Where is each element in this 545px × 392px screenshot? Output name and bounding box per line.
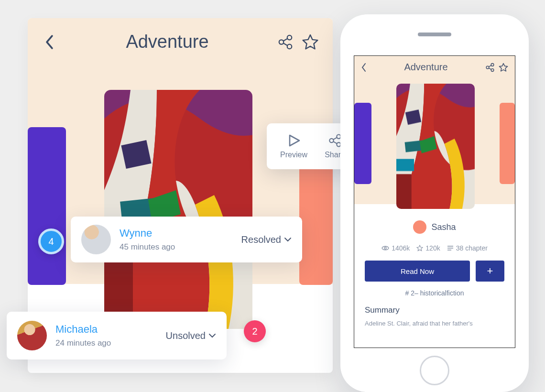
svg-line-9	[283, 38, 288, 41]
main-header: Adventure	[28, 32, 333, 52]
star-icon	[302, 33, 319, 51]
stars-count: 120k	[425, 244, 440, 252]
badge-count: 4	[48, 236, 54, 247]
comment-time: 45 minutes ago	[120, 242, 233, 252]
cta-row: Read Now +	[365, 261, 504, 282]
eye-icon	[382, 245, 389, 251]
comment-author: Wynne	[120, 227, 233, 240]
notification-badge-pink[interactable]: 2	[244, 320, 266, 342]
svg-point-15	[337, 142, 340, 146]
author-avatar	[413, 220, 426, 234]
favorite-button[interactable]	[301, 33, 319, 51]
header-actions	[276, 33, 319, 51]
comment-author: Michaela	[55, 323, 157, 336]
share-button[interactable]	[276, 33, 294, 51]
phone-mockup: Adventure	[340, 14, 529, 392]
svg-point-8	[287, 44, 292, 48]
phone-header-actions	[485, 63, 508, 72]
chapters-count: 38 chapter	[456, 244, 488, 252]
summary-heading: Summary	[365, 305, 504, 315]
phone-header: Adventure	[354, 56, 515, 73]
svg-point-18	[491, 63, 494, 66]
svg-point-7	[279, 40, 283, 44]
chevron-down-icon	[208, 333, 216, 338]
book-tag[interactable]: # 2– historicalfiction	[365, 289, 504, 297]
chapters-stat: 38 chapter	[447, 244, 488, 252]
comment-body: Wynne 45 minutes ago	[120, 227, 233, 252]
svg-marker-12	[290, 135, 299, 146]
comment-status-dropdown[interactable]: Resolved	[241, 234, 292, 245]
share-icon	[485, 63, 495, 72]
phone-carousel[interactable]	[354, 84, 515, 218]
stats-row: 1406k 120k 38 chapter	[365, 244, 504, 252]
back-button[interactable]	[41, 33, 58, 51]
avatar	[17, 321, 47, 350]
plus-icon: +	[487, 265, 493, 277]
read-now-label: Read Now	[401, 267, 434, 275]
add-button[interactable]: +	[476, 261, 504, 282]
comment-status-label: Unsolved	[166, 330, 206, 341]
views-stat: 1406k	[382, 244, 410, 252]
svg-point-14	[329, 139, 333, 142]
star-icon	[416, 245, 423, 251]
chevron-left-icon	[45, 34, 54, 50]
author-name: Sasha	[431, 222, 456, 232]
svg-line-17	[333, 142, 337, 143]
play-icon	[287, 133, 301, 148]
svg-point-20	[491, 68, 494, 71]
phone-title: Adventure	[404, 62, 447, 73]
share-icon	[277, 34, 294, 50]
phone-carousel-next[interactable]	[500, 103, 515, 184]
comment-time: 24 minutes ago	[55, 338, 157, 348]
book-cover-art	[396, 84, 475, 209]
stars-stat: 120k	[416, 244, 440, 252]
star-icon	[499, 63, 508, 72]
svg-point-24	[384, 247, 386, 249]
svg-line-10	[283, 43, 288, 45]
page-title: Adventure	[126, 32, 208, 52]
preview-label: Preview	[280, 151, 307, 159]
svg-line-16	[333, 138, 337, 140]
phone-back-button[interactable]	[361, 63, 367, 72]
phone-favorite-button[interactable]	[499, 63, 508, 72]
comment-status-dropdown[interactable]: Unsolved	[166, 330, 216, 341]
views-count: 1406k	[392, 244, 410, 252]
phone-home-button[interactable]	[420, 356, 449, 385]
svg-line-22	[489, 68, 491, 69]
comment-card[interactable]: Wynne 45 minutes ago Resolved	[71, 217, 302, 262]
comment-card[interactable]: Michaela 24 minutes ago Unsolved	[7, 312, 227, 359]
notification-badge-blue[interactable]: 4	[38, 229, 64, 254]
carousel-card-current[interactable]	[104, 90, 252, 329]
svg-point-13	[337, 135, 340, 139]
phone-carousel-current[interactable]	[396, 84, 475, 209]
svg-rect-23	[396, 84, 475, 209]
phone-screen: Adventure	[354, 55, 515, 348]
phone-carousel-prev[interactable]	[354, 103, 371, 184]
phone-speaker	[418, 33, 451, 36]
list-icon	[447, 245, 454, 251]
chevron-down-icon	[284, 237, 292, 242]
chevron-left-icon	[361, 63, 367, 72]
badge-count: 2	[252, 326, 257, 337]
summary-text: Adeline St. Clair, afraid that her fathe…	[365, 320, 504, 327]
phone-share-button[interactable]	[485, 63, 495, 72]
read-now-button[interactable]: Read Now	[365, 261, 470, 282]
phone-body: Sasha 1406k 120k	[354, 204, 515, 327]
svg-rect-11	[104, 90, 252, 329]
book-cover-art	[104, 90, 252, 329]
svg-point-19	[486, 66, 489, 69]
preview-button[interactable]: Preview	[280, 133, 307, 159]
svg-point-6	[287, 35, 292, 39]
avatar	[81, 225, 111, 254]
comment-status-label: Resolved	[241, 234, 281, 245]
comment-body: Michaela 24 minutes ago	[55, 323, 157, 348]
svg-line-21	[489, 65, 491, 66]
author-row[interactable]: Sasha	[365, 220, 504, 234]
phone-hero: Adventure	[354, 56, 515, 204]
carousel-card-prev[interactable]	[28, 127, 66, 285]
